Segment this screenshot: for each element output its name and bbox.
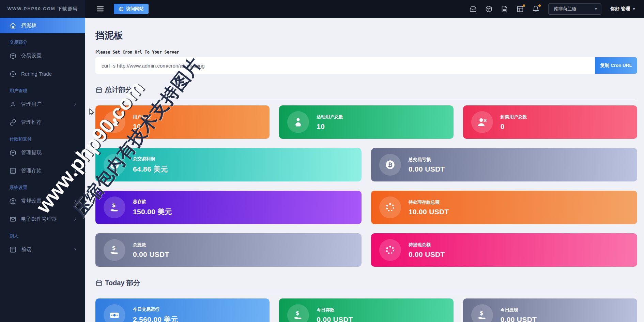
- stat-card-label: 待处理存款总额: [409, 199, 449, 205]
- app-logo: WWW.PHP90.COM 下载源码: [0, 0, 85, 18]
- stat-card-label: 今日提现: [501, 307, 537, 313]
- sidebar-item[interactable]: 管理提现: [0, 145, 85, 160]
- sidebar-nav: 挡泥板交易部分交易设置Runing Trade用户管理管理用户管理推荐付款和支付…: [0, 18, 85, 322]
- sidebar-item[interactable]: 前端: [0, 242, 85, 257]
- sidebar-item[interactable]: 交易设置: [0, 48, 85, 63]
- stat-card-label: 总存款: [133, 199, 172, 205]
- inbox-icon[interactable]: [470, 5, 477, 13]
- gear-icon: [10, 198, 16, 205]
- user-icon: [10, 101, 16, 108]
- stat-card-badge: [104, 111, 125, 133]
- page: WWW.PHP90.COM 下载源码 挡泥板交易部分交易设置Runing Tra…: [0, 0, 644, 322]
- section-heading: 总计部分: [95, 85, 637, 94]
- hand-dollar-icon: $: [293, 310, 304, 321]
- stat-card-badge: $: [471, 304, 493, 322]
- cron-url-input[interactable]: [95, 57, 595, 74]
- cron-instruction: Please Set Cron Url To Your Server: [95, 50, 637, 55]
- stat-card: 待提现总额0.00 USDT: [371, 233, 637, 267]
- stat-card: ₿总交易利润64.86 美元: [95, 148, 362, 181]
- stat-card-badge: [379, 196, 401, 218]
- sidebar-item[interactable]: 管理存款: [0, 163, 85, 178]
- chevron-right-icon: [73, 169, 78, 173]
- stat-card-value: 0.00 USDT: [317, 316, 353, 322]
- user-menu[interactable]: 你好 管理 ▼: [610, 6, 636, 12]
- sidebar-item[interactable]: 管理推荐: [0, 115, 85, 130]
- chevron-right-icon: [73, 247, 78, 252]
- sidebar-section-label: 交易部分: [10, 39, 85, 45]
- stat-card-label: 待提现总额: [409, 242, 445, 248]
- sidebar-item-label: 管理存款: [21, 167, 42, 174]
- bitcoin-icon: ₿: [109, 159, 120, 170]
- stat-card: 用户总数10: [95, 105, 270, 139]
- stat-card-badge: [287, 111, 309, 133]
- mail-icon: [10, 216, 16, 223]
- chevron-right-icon: [73, 199, 78, 204]
- sidebar-item[interactable]: 挡泥板: [0, 18, 85, 33]
- chevron-right-icon: [73, 102, 78, 107]
- svg-text:$: $: [112, 245, 116, 251]
- sidebar-item[interactable]: 管理用户: [0, 97, 85, 112]
- stat-card-badge: $: [287, 304, 309, 322]
- stat-card-badge: ₿: [104, 154, 125, 176]
- sidebar-item-label: 常规设置: [21, 198, 42, 204]
- sidebar-item-label: 挡泥板: [21, 22, 36, 29]
- sidebar-item[interactable]: 常规设置: [0, 193, 85, 209]
- calendar-icon: [95, 279, 103, 287]
- globe-icon: [119, 6, 124, 12]
- svg-text:$: $: [479, 310, 483, 316]
- sidebar-item-label: Runing Trade: [21, 71, 52, 77]
- sidebar-item-label: 前端: [21, 246, 31, 253]
- greeting-label: 你好 管理: [610, 6, 630, 12]
- package-icon[interactable]: [485, 5, 492, 13]
- stat-card-label: 今日存款: [317, 307, 353, 313]
- grid-icon: [10, 167, 16, 174]
- home-icon: [10, 22, 16, 29]
- sidebar-item[interactable]: 电子邮件管理器: [0, 211, 85, 227]
- stat-card-badge: $: [104, 239, 125, 261]
- notification-badge: [523, 4, 525, 7]
- card-grid: 今日交易运行2,560.00 美元$今日存款0.00 USDT$今日提现0.00…: [95, 298, 637, 322]
- stat-card-badge: $: [104, 196, 125, 218]
- stat-card-value: 0.00 USDT: [501, 316, 537, 322]
- stat-card: $总存款150.00 美元: [95, 191, 362, 224]
- sidebar-section-label: 系统设置: [10, 185, 85, 191]
- stat-card-badge: ₿: [379, 154, 401, 176]
- stat-card: 今日交易运行2,560.00 美元: [95, 298, 270, 322]
- copy-cron-url-button[interactable]: 复制 Cron URL: [595, 57, 637, 74]
- grid-icon[interactable]: [517, 5, 524, 13]
- bitcoin-icon: ₿: [385, 159, 396, 170]
- main-column: 访问网站 南非荷兰语 ▼ 你好 管理 ▼ 挡泥板 Please Set Cron…: [85, 0, 644, 322]
- user-x-icon: [477, 117, 488, 128]
- stat-card-label: 总交易利润: [133, 156, 168, 162]
- chevron-right-icon: [73, 150, 78, 155]
- section-divider: [95, 292, 637, 292]
- chevron-right-icon: [73, 217, 78, 222]
- stat-card-value: 10.00 USDT: [409, 208, 449, 216]
- sidebar-section-label: 用户管理: [10, 88, 85, 94]
- stat-card: $总提款0.00 USDT: [95, 233, 362, 267]
- caret-down-icon: ▼: [594, 7, 598, 11]
- section-heading: Today 部分: [95, 278, 637, 288]
- stat-card: 活动用户总数10: [279, 105, 453, 139]
- language-value: 南非荷兰语: [554, 6, 576, 12]
- cron-row: 复制 Cron URL: [95, 57, 637, 74]
- menu-toggle-button[interactable]: [96, 5, 104, 13]
- user-solid-icon: [109, 117, 120, 128]
- svg-text:$: $: [112, 202, 116, 208]
- stat-card-value: 0: [501, 122, 527, 131]
- stat-card-value: 10: [133, 122, 151, 131]
- sidebar-item-label: 管理提现: [21, 149, 42, 156]
- file-text-icon[interactable]: [501, 5, 508, 13]
- bell-icon[interactable]: [532, 5, 539, 13]
- stat-card: $今日提现0.00 USDT: [463, 298, 637, 322]
- svg-text:₿: ₿: [388, 162, 393, 168]
- main-content: 挡泥板 Please Set Cron Url To Your Server 复…: [85, 18, 644, 322]
- sidebar-item-label: 电子邮件管理器: [21, 216, 57, 222]
- language-select[interactable]: 南非荷兰语 ▼: [548, 3, 601, 15]
- visit-site-button[interactable]: 访问网站: [114, 4, 149, 14]
- caret-down-icon: ▼: [632, 7, 636, 11]
- sidebar-item[interactable]: Runing Trade: [0, 66, 85, 82]
- stat-card-value: 0.00 USDT: [409, 250, 445, 259]
- sidebar-section-label: 付款和支付: [10, 136, 85, 142]
- stat-card-badge: [471, 111, 493, 133]
